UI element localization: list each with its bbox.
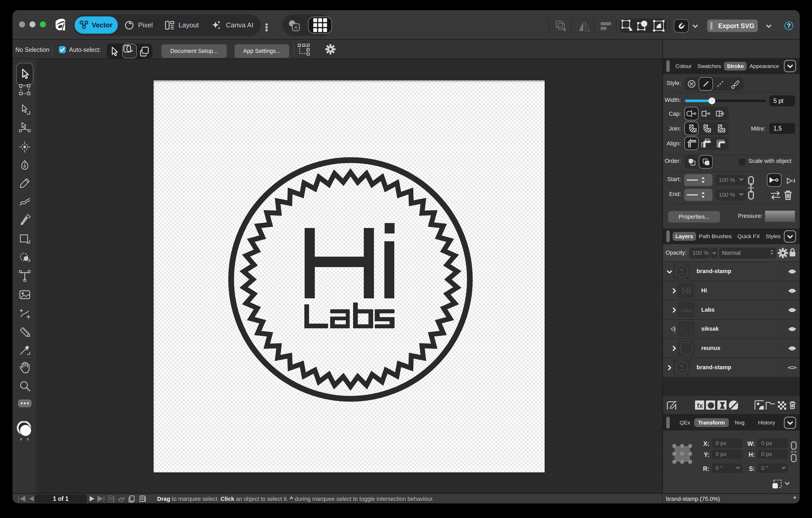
svg-text:A: A [294, 25, 298, 30]
svg-text:Hi: Hi [682, 285, 691, 296]
svg-text:fx: fx [697, 402, 703, 410]
svg-text:Hi: Hi [680, 267, 684, 272]
svg-text:Hi: Hi [680, 364, 684, 368]
svg-text:Labs: Labs [679, 369, 685, 371]
svg-text:Labs: Labs [681, 308, 692, 313]
svg-text:Labs: Labs [679, 272, 685, 275]
